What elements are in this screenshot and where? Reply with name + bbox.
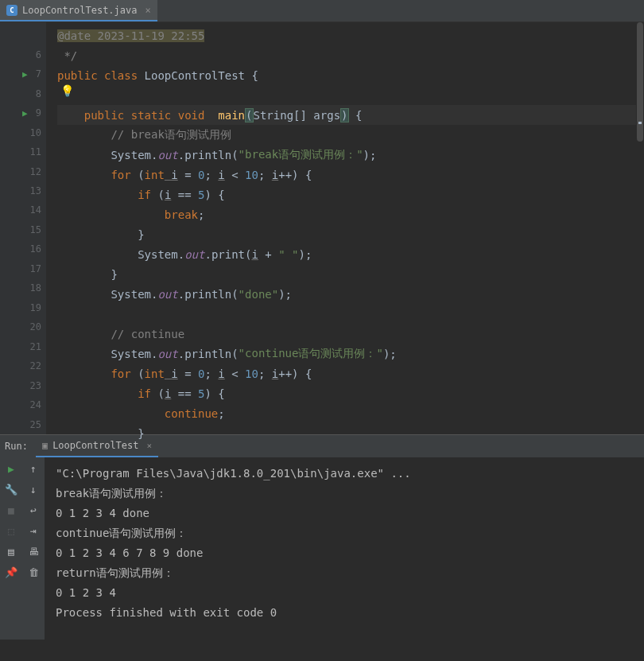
console-line: 0 1 2 3 4 6 7 8 9 done <box>56 546 203 559</box>
console-line: "C:\Program Files\Java\jdk1.8.0_201\bin\… <box>56 467 411 480</box>
line-number: 23 <box>22 380 41 391</box>
run-label: Run: <box>5 441 28 452</box>
run-class-icon[interactable]: ▶ <box>22 69 28 80</box>
console-line: 0 1 2 3 4 done <box>56 507 149 519</box>
run-method-icon[interactable]: ▶ <box>22 108 28 119</box>
run-toolbar-primary: ▶ 🔧 ■ ⬚ ▤ 📌 <box>0 457 22 640</box>
layout-icon[interactable]: ▤ <box>5 545 17 558</box>
code-line[interactable]: } <box>57 224 644 244</box>
line-number: 12 <box>22 166 41 177</box>
code-line[interactable] <box>57 304 644 324</box>
code-editor[interactable]: @date 2023-11-19 22:55 */ public class L… <box>46 22 644 434</box>
file-tab[interactable]: C LoopControlTest.java × <box>0 0 157 21</box>
code-line[interactable]: if (i == 5) { <box>57 185 644 204</box>
console-line: Process finished with exit code 0 <box>56 606 277 619</box>
code-line[interactable]: System.out.println("continue语句测试用例："); <box>57 344 644 364</box>
code-line[interactable]: } <box>57 264 644 284</box>
print-icon[interactable]: 🖶 <box>27 545 40 558</box>
soft-wrap-icon[interactable]: ↩ <box>27 504 40 516</box>
code-line[interactable]: for (int i = 0; i < 10; i++) { <box>57 364 644 383</box>
wrench-icon[interactable]: 🔧 <box>5 483 17 496</box>
code-line[interactable]: continue; <box>57 403 644 423</box>
code-line[interactable]: */ <box>57 45 644 65</box>
line-number: 24 <box>22 399 41 410</box>
tab-label: LoopControlTest.java <box>22 5 138 16</box>
line-number: 15 <box>22 224 41 235</box>
rerun-icon[interactable]: ▶ <box>5 462 17 475</box>
run-tool-window: Run: ▣ LoopControlTest × ▶ 🔧 ■ ⬚ ▤ 📌 ↑ ↓… <box>0 434 644 640</box>
scroll-to-end-icon[interactable]: ⇥ <box>27 524 40 537</box>
code-line[interactable]: public class LoopControlTest { <box>57 65 644 85</box>
console-output[interactable]: "C:\Program Files\Java\jdk1.8.0_201\bin\… <box>45 457 644 640</box>
code-line[interactable]: if (i == 5) { <box>57 383 644 403</box>
stop-icon[interactable]: ■ <box>5 504 17 516</box>
line-number: 10 <box>22 127 41 138</box>
pin-icon[interactable]: 📌 <box>5 566 17 578</box>
editor-area: 6 7▶ 8 9▶ 10 11 12 13 14 15 16 17 18 19 … <box>0 22 644 434</box>
run-body: ▶ 🔧 ■ ⬚ ▤ 📌 ↑ ↓ ↩ ⇥ 🖶 🗑 "C:\Program File… <box>0 457 644 640</box>
vertical-scrollbar[interactable] <box>636 22 644 434</box>
line-number: 19 <box>22 302 41 313</box>
run-toolbar-secondary: ↑ ↓ ↩ ⇥ 🖶 🗑 <box>22 457 45 640</box>
code-line[interactable]: System.out.println("break语句测试用例："); <box>57 145 644 165</box>
gutter: 6 7▶ 8 9▶ 10 11 12 13 14 15 16 17 18 19 … <box>0 22 46 434</box>
bug-icon[interactable]: ⬚ <box>5 524 17 537</box>
java-class-icon: C <box>6 5 17 16</box>
code-line[interactable]: break; <box>57 204 644 224</box>
line-number: 17 <box>22 263 41 274</box>
trash-icon[interactable]: 🗑 <box>27 566 40 578</box>
code-line[interactable]: 💡 <box>57 85 644 105</box>
line-number: 13 <box>22 185 41 196</box>
console-line: return语句测试用例： <box>56 566 174 579</box>
code-line[interactable]: // break语句测试用例 <box>57 125 644 145</box>
cursor-marker <box>638 122 642 124</box>
code-line[interactable]: for (int i = 0; i < 10; i++) { <box>57 165 644 185</box>
intention-bulb-icon[interactable]: 💡 <box>60 84 74 97</box>
terminal-icon: ▣ <box>42 440 48 451</box>
line-number: 22 <box>22 360 41 371</box>
code-line[interactable]: public static void main(String[] args) { <box>57 105 644 125</box>
code-line[interactable]: @date 2023-11-19 22:55 <box>57 25 644 45</box>
line-number: 21 <box>22 341 41 352</box>
line-number: 6 <box>22 49 41 60</box>
line-number: 14 <box>22 204 41 216</box>
editor-tab-bar: C LoopControlTest.java × <box>0 0 644 22</box>
code-line[interactable]: System.out.println("done"); <box>57 284 644 304</box>
console-line: 0 1 2 3 4 <box>56 586 122 599</box>
line-number: 16 <box>22 243 41 255</box>
down-arrow-icon[interactable]: ↓ <box>27 483 40 496</box>
code-line[interactable]: System.out.print(i + " "); <box>57 244 644 264</box>
code-line[interactable]: } <box>57 423 644 443</box>
console-line: break语句测试用例： <box>56 487 167 500</box>
console-line: continue语句测试用例： <box>56 527 187 539</box>
line-number: 8 <box>22 88 41 99</box>
line-number: 25 <box>22 419 41 430</box>
code-line[interactable]: // continue <box>57 324 644 344</box>
line-number: 20 <box>22 321 41 332</box>
line-number: 11 <box>22 146 41 157</box>
close-tab-icon[interactable]: × <box>145 5 151 16</box>
line-number: 18 <box>22 282 41 294</box>
up-arrow-icon[interactable]: ↑ <box>27 462 40 475</box>
